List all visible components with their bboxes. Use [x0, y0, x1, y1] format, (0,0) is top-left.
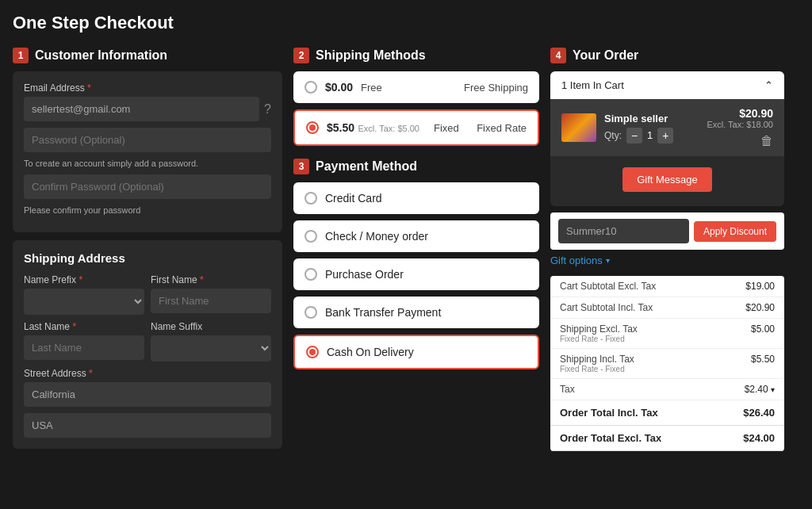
order-item: Simple seller Qty: − 1 + $20.90 Excl. Ta… — [550, 99, 784, 156]
payment-section-title: Payment Method — [316, 159, 417, 174]
total-row-shipping-incl: Shipping Incl. Tax Fixed Rate - Fixed $5… — [550, 349, 784, 379]
shipping-incl-label: Shipping Incl. Tax — [560, 354, 634, 365]
shipping-address-title: Shipping Address — [24, 251, 271, 265]
item-price-main: $20.90 — [707, 107, 773, 120]
shipping-free-label: Free — [361, 82, 382, 94]
password-input[interactable] — [24, 128, 271, 152]
collapse-icon[interactable]: ⌃ — [764, 79, 773, 91]
street-label: Street Address * — [24, 368, 271, 379]
email-label: Email Address * — [24, 82, 271, 94]
section-number-2: 2 — [293, 48, 309, 63]
first-name-label: First Name * — [151, 274, 271, 285]
shipping-incl-value: $5.50 — [751, 354, 775, 373]
total-row-tax: Tax $2.40 ▾ — [550, 379, 784, 400]
delete-icon[interactable]: 🗑 — [760, 134, 773, 147]
total-row-shipping-excl: Shipping Excl. Tax Fixed Rate - Fixed $5… — [550, 319, 784, 349]
shipping-section-title: Shipping Methods — [316, 48, 426, 63]
shipping-excl-tax: Excl. Tax: $5.00 — [358, 124, 419, 133]
shipping-radio-fixed[interactable] — [306, 121, 319, 134]
payment-radio-purchase[interactable] — [304, 268, 317, 281]
order-total-incl: Order Total Incl. Tax $26.40 — [550, 400, 784, 426]
confirm-password-input[interactable] — [24, 174, 271, 199]
first-name-input[interactable] — [151, 289, 271, 313]
password-helper: To create an account simply add a passwo… — [24, 159, 271, 168]
shipping-excl-value: $5.00 — [751, 323, 775, 343]
shipping-free-type: Free Shipping — [464, 82, 528, 94]
order-card: 1 Item In Cart ⌃ Simple seller Qty: − 1 … — [550, 71, 784, 206]
order-total-excl: Order Total Excl. Tax $24.00 — [550, 426, 784, 451]
section-number-3: 3 — [293, 159, 309, 174]
qty-label: Qty: — [604, 130, 622, 141]
total-row-cart-excl: Cart Subtotal Excl. Tax $19.00 — [550, 276, 784, 297]
qty-decrease-button[interactable]: − — [626, 128, 642, 144]
payment-cash-label: Cash On Delivery — [327, 346, 414, 358]
shipping-option-free[interactable]: $0.00 Free Free Shipping — [293, 71, 539, 103]
total-row-cart-incl: Cart Subtotal Incl. Tax $20.90 — [550, 297, 784, 319]
country-input[interactable] — [24, 413, 271, 438]
email-input[interactable] — [24, 97, 259, 121]
order-total-excl-label: Order Total Excl. Tax — [560, 432, 661, 444]
apply-discount-button[interactable]: Apply Discount — [694, 221, 776, 242]
payment-radio-bank[interactable] — [304, 306, 317, 319]
confirm-password-helper: Please confirm your password — [24, 205, 271, 215]
last-name-input[interactable] — [24, 335, 144, 360]
section-number-1: 1 — [13, 48, 29, 63]
payment-purchase-label: Purchase Order — [325, 268, 404, 281]
gift-message-button[interactable]: Gift Message — [622, 167, 712, 192]
cart-excl-value: $19.00 — [745, 281, 775, 292]
name-suffix-select[interactable] — [151, 335, 271, 362]
shipping-address-card: Shipping Address Name Prefix * First Nam… — [13, 240, 282, 449]
cart-incl-label: Cart Subtotal Incl. Tax — [560, 302, 653, 313]
discount-row: Apply Discount — [550, 212, 784, 250]
qty-increase-button[interactable]: + — [657, 128, 673, 144]
payment-credit-label: Credit Card — [325, 192, 382, 205]
payment-check-money[interactable]: Check / Money order — [293, 220, 539, 252]
item-price: $20.90 Excl. Tax: $18.00 🗑 — [707, 107, 773, 148]
street-input[interactable] — [24, 382, 271, 407]
shipping-incl-sub: Fixed Rate - Fixed — [560, 365, 634, 373]
name-prefix-label: Name Prefix * — [24, 274, 144, 285]
name-prefix-select[interactable] — [24, 289, 144, 315]
last-name-label: Last Name * — [24, 321, 144, 332]
shipping-price-free: $0.00 — [325, 81, 353, 94]
item-price-excl: Excl. Tax: $18.00 — [707, 120, 773, 129]
gift-options-label: Gift options — [550, 254, 603, 266]
payment-radio-check[interactable] — [304, 230, 317, 243]
payment-bank-transfer[interactable]: Bank Transfer Payment — [293, 297, 539, 328]
shipping-excl-label: Shipping Excl. Tax — [560, 323, 638, 335]
chevron-down-icon: ▾ — [606, 256, 610, 265]
name-suffix-label: Name Suffix — [151, 321, 271, 332]
payment-radio-credit[interactable] — [304, 192, 317, 205]
item-info: Simple seller Qty: − 1 + — [604, 113, 699, 144]
customer-section-title: Customer Information — [35, 48, 167, 63]
item-name: Simple seller — [604, 113, 699, 124]
payment-credit-card[interactable]: Credit Card — [293, 182, 539, 214]
discount-input[interactable] — [558, 219, 689, 243]
customer-info-card: Email Address * ? To create an account s… — [13, 71, 282, 232]
cart-excl-label: Cart Subtotal Excl. Tax — [560, 281, 656, 292]
page-title: One Step Checkout — [13, 13, 799, 33]
payment-radio-cash[interactable] — [306, 346, 319, 358]
payment-bank-label: Bank Transfer Payment — [325, 306, 441, 319]
item-thumbnail — [561, 113, 596, 142]
shipping-price-fixed: $5.50 — [327, 121, 354, 134]
shipping-radio-free[interactable] — [304, 81, 317, 94]
tax-label: Tax — [560, 384, 575, 395]
order-total-incl-value: $26.40 — [743, 407, 775, 419]
cart-incl-value: $20.90 — [745, 302, 775, 313]
order-total-excl-value: $24.00 — [743, 432, 775, 444]
cart-count: 1 Item In Cart — [561, 79, 624, 91]
hint-icon[interactable]: ? — [264, 102, 271, 117]
shipping-option-fixed[interactable]: $5.50 Excl. Tax: $5.00 Fixed Fixed Rate — [293, 109, 539, 146]
gift-options-row[interactable]: Gift options ▾ — [550, 250, 784, 271]
payment-cash-delivery[interactable]: Cash On Delivery — [293, 335, 539, 369]
qty-value: 1 — [647, 129, 653, 141]
customer-information-section: 1 Customer Information Email Address * ?… — [13, 48, 282, 457]
shipping-fixed-label: Fixed — [434, 122, 459, 134]
order-header: 1 Item In Cart ⌃ — [550, 71, 784, 99]
payment-purchase-order[interactable]: Purchase Order — [293, 258, 539, 290]
order-totals: Cart Subtotal Excl. Tax $19.00 Cart Subt… — [550, 276, 784, 451]
shipping-excl-sub: Fixed Rate - Fixed — [560, 335, 638, 343]
order-total-incl-label: Order Total Incl. Tax — [560, 407, 658, 419]
your-order-section: 4 Your Order 1 Item In Cart ⌃ Simple sel… — [550, 48, 784, 457]
